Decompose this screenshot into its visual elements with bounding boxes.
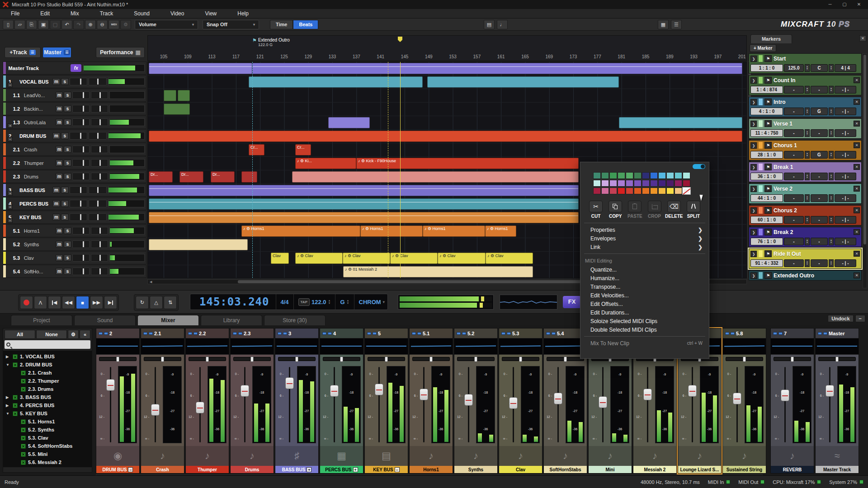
color-swatch[interactable] xyxy=(675,172,682,179)
timeline-ruler[interactable]: 1051091131171211251291331371411451491531… xyxy=(147,35,747,61)
track-visible-checkbox[interactable]: ✕ xyxy=(21,452,26,457)
pan-slider[interactable] xyxy=(89,132,107,140)
pan-slider[interactable] xyxy=(723,355,766,363)
color-swatch[interactable] xyxy=(642,172,650,179)
fader-handle[interactable] xyxy=(420,389,428,400)
menu-video[interactable]: Video xyxy=(165,9,189,18)
track-visible-checkbox[interactable]: ✕ xyxy=(21,419,26,424)
marker-expand-button[interactable]: ❯ xyxy=(750,207,757,214)
fader-handle[interactable] xyxy=(375,384,383,395)
add-marker-button[interactable]: + Marker xyxy=(750,44,776,52)
tempo-stepper[interactable]: ▲▼ xyxy=(805,194,810,202)
marker-row[interactable]: ❯⚑Chorus 2✕60 : 1 : 0-▲▼-▲▼- | - xyxy=(749,205,862,225)
track-row-1[interactable]: 1VOCAL BUS−ms xyxy=(3,75,146,88)
tree-twisty-icon[interactable]: ▼ xyxy=(6,363,10,367)
filter-all-button[interactable]: All xyxy=(5,330,35,339)
track-visible-checkbox[interactable]: ✕ xyxy=(21,387,26,392)
clip[interactable] xyxy=(178,90,190,101)
marker-key-value[interactable]: G xyxy=(811,108,828,115)
menu-item-transpose-[interactable]: Transpose... xyxy=(580,282,709,291)
marker-key-value[interactable]: G xyxy=(811,151,828,159)
clip[interactable]: Clav xyxy=(271,253,289,264)
fader-handle[interactable] xyxy=(733,393,741,404)
mute-button[interactable]: m xyxy=(56,227,63,234)
clip[interactable]: ♪ ⚙ Clav xyxy=(343,253,390,264)
menu-sound[interactable]: Sound xyxy=(128,9,155,18)
mixer-strip-2.2[interactable]: 2.20 -6 -12 -∞ --9-18-27-36♪Thumper xyxy=(185,328,229,474)
mute-button[interactable]: m xyxy=(56,173,63,180)
menu-view[interactable]: View xyxy=(199,9,222,18)
strip-name-label[interactable]: PERCS BUS+ xyxy=(320,466,363,473)
mute-button[interactable]: m xyxy=(56,92,63,99)
marker-color-chip[interactable] xyxy=(759,229,763,235)
marker-color-chip[interactable] xyxy=(759,120,763,127)
mute-button[interactable]: m xyxy=(52,214,60,221)
tab-project[interactable]: Project xyxy=(11,315,72,325)
clip[interactable] xyxy=(292,171,579,183)
playhead-flag[interactable] xyxy=(398,37,402,42)
solo-button[interactable]: s xyxy=(64,105,71,112)
fader-handle[interactable] xyxy=(285,377,294,389)
track-visible-checkbox[interactable]: ✕ xyxy=(21,371,26,375)
fader-handle[interactable] xyxy=(330,385,339,397)
solo-button[interactable]: s xyxy=(64,160,71,166)
piano-roll-icon[interactable]: ▤ xyxy=(484,20,495,29)
marker-tempo-value[interactable]: - xyxy=(784,173,804,180)
volume-slider[interactable] xyxy=(70,200,88,207)
strip-name-label[interactable]: DRUM BUS− xyxy=(96,466,139,473)
track-visible-checkbox[interactable]: ✕ xyxy=(21,379,26,384)
clip[interactable] xyxy=(149,212,579,223)
fader-handle[interactable] xyxy=(464,394,473,406)
tempo-stepper[interactable]: ▲▼ xyxy=(805,64,810,72)
color-swatch[interactable] xyxy=(675,188,682,194)
color-swatch[interactable] xyxy=(618,180,625,187)
tempo-stepper[interactable]: ▲▼ xyxy=(805,173,810,180)
master-track-row[interactable]: Master Trackfx xyxy=(3,61,146,75)
marker-delete-icon[interactable]: ✕ xyxy=(854,251,860,257)
clip[interactable]: ♪ ⚙ Clav xyxy=(438,253,486,264)
mute-button[interactable]: m xyxy=(56,268,63,275)
menu-item-edit-velocities-[interactable]: Edit Velocities... xyxy=(580,291,709,300)
marker-time-value[interactable]: 60 : 1 : 0 xyxy=(750,216,783,224)
track-expand-toggle[interactable]: + xyxy=(8,205,13,209)
tree-twisty-icon[interactable]: ▶ xyxy=(6,355,10,359)
track-visible-checkbox[interactable]: ✕ xyxy=(13,362,18,367)
clip[interactable] xyxy=(328,117,370,128)
clip[interactable]: ♪ ⚙ Kick - F90House xyxy=(356,158,579,169)
skip-to-end-button[interactable]: ▶ xyxy=(104,296,117,309)
tree-twisty-icon[interactable]: ▶ xyxy=(6,395,10,399)
marker-timesig-value[interactable]: - | - xyxy=(835,151,856,159)
clip[interactable] xyxy=(241,171,257,183)
marker-row[interactable]: ❯⚑Break 2✕76 : 1 : 0-▲▼-▲▼- | - xyxy=(749,227,862,247)
automation-io-button[interactable]: ⇅ xyxy=(164,296,177,309)
undo-icon[interactable]: ↶ xyxy=(61,20,72,29)
color-swatch[interactable] xyxy=(601,180,609,187)
tree-item-5-4-softhornstabs[interactable]: ✕5.4. SoftHornStabs xyxy=(3,442,92,450)
track-row-3[interactable]: 3BASS BUS+ms xyxy=(3,183,146,197)
solo-button[interactable]: s xyxy=(61,200,69,207)
menu-help[interactable]: Help xyxy=(232,9,254,18)
marker-color-chip[interactable] xyxy=(759,207,763,214)
solo-button[interactable]: s xyxy=(61,187,69,193)
zoom-out-icon[interactable]: ⊖ xyxy=(97,20,108,29)
pan-slider[interactable] xyxy=(365,355,408,363)
marker-timesig-value[interactable]: - | - xyxy=(835,194,856,202)
fader-handle[interactable] xyxy=(241,385,249,397)
marker-time-value[interactable]: 11 : 4 : 750 xyxy=(750,129,783,137)
minimize-button[interactable]: ─ xyxy=(824,1,836,8)
rewind-button[interactable]: ◀◀ xyxy=(62,296,75,309)
color-swatch[interactable] xyxy=(658,180,666,187)
tree-item-2-2-thumper[interactable]: ✕2.2. Thumper xyxy=(3,377,92,385)
mute-button[interactable]: m xyxy=(52,132,60,139)
timeline-lane-4[interactable] xyxy=(148,116,746,130)
track-expand-toggle[interactable]: + xyxy=(8,191,13,196)
marker-timesig-value[interactable]: - | - xyxy=(835,259,856,267)
strip-name-label[interactable]: Drums xyxy=(231,466,274,473)
color-swatch[interactable] xyxy=(593,188,601,194)
menu-item-humanize-[interactable]: Humanize... xyxy=(580,274,709,282)
menu-item-soloize-selected-midi-clips[interactable]: Soloize Selected MIDI Clips xyxy=(580,317,709,325)
track-visible-checkbox[interactable]: ✕ xyxy=(21,427,26,432)
clip[interactable]: ♪ ⚙ 01 Messiah 2 xyxy=(343,266,533,277)
marker-timesig-value[interactable]: - | - xyxy=(835,216,856,224)
track-expand-toggle[interactable]: − xyxy=(8,218,13,223)
